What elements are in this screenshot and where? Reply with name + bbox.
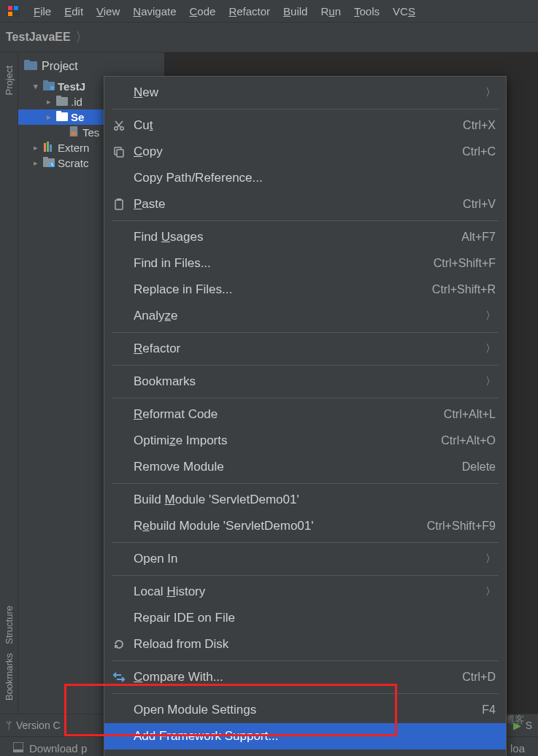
svg-rect-18 [50,144,52,152]
menu-item-shortcut: Ctrl+Alt+L [444,408,496,421]
menu-item-label: Local History [134,585,485,599]
menu-item-label: Reformat Code [134,407,444,422]
tree-arrow-icon[interactable] [45,112,53,122]
menu-icon-placeholder [112,729,126,744]
menu-item[interactable]: Local History〉 [104,579,506,605]
menu-item[interactable]: New〉 [104,80,506,106]
breadcrumb-root[interactable]: TestJavaEE [6,31,71,44]
tree-node-icon [68,126,80,139]
menu-item-shortcut: Alt+F7 [461,231,496,244]
menu-item[interactable]: Analyze〉 [104,303,506,329]
project-panel-header[interactable]: Project [18,57,164,76]
tool-window-strip-left: Project Structure Bookmarks [0,53,18,714]
menu-separator [112,542,499,543]
menubar: File Edit View Navigate Code Refactor Bu… [0,0,538,23]
menu-build[interactable]: Build [283,5,307,18]
menu-icon-placeholder [112,407,126,422]
menu-item[interactable]: Build Module 'ServletDemo01' [104,487,506,513]
menu-icon-placeholder [112,230,126,244]
svg-rect-25 [117,150,123,157]
tree-node-label: Scratc [58,157,89,169]
menu-separator [112,693,499,694]
menu-item[interactable]: Compare With...Ctrl+D [104,664,506,690]
menu-item-shortcut: Ctrl+X [463,119,496,132]
menu-item[interactable]: CutCtrl+X [104,112,506,139]
menu-item-label: Rebuild Module 'ServletDemo01' [134,519,427,533]
svg-rect-1 [8,6,12,10]
toolwindow-vcs-tab[interactable]: Version C [16,720,61,731]
tree-arrow-icon[interactable] [45,97,53,107]
svg-point-23 [120,127,123,130]
menu-item-shortcut: Delete [462,460,496,474]
toolwindow-services-label[interactable]: S [526,720,532,731]
menu-item[interactable]: Add Framework Support... [104,723,506,749]
menu-item[interactable]: Find UsagesAlt+F7 [104,224,506,250]
menu-item-shortcut: Ctrl+C [462,145,496,158]
menu-item[interactable]: Reformat CodeCtrl+Alt+L [104,401,506,428]
menu-item[interactable]: Find in Files...Ctrl+Shift+F [104,250,506,277]
menu-view[interactable]: View [96,5,120,18]
menu-item-label: Compare With... [134,670,462,684]
toolwindow-structure-tab[interactable]: Structure [4,606,15,644]
menu-item-label: Reload from Disk [134,637,496,652]
menu-refactor[interactable]: Refactor [228,5,270,18]
menu-vcs[interactable]: VCS [393,5,415,18]
menu-run[interactable]: Run [320,5,341,18]
app-logo-icon [6,4,20,18]
tree-arrow-icon[interactable] [31,82,40,91]
menu-edit[interactable]: Edit [64,5,83,18]
menu-item-label: Optimize Imports [134,433,441,448]
svg-rect-26 [115,200,123,209]
menu-item-label: Build Module 'ServletDemo01' [134,493,496,507]
menu-item[interactable]: Reload from Disk [104,631,506,657]
menu-item[interactable]: Refactor〉 [104,336,506,362]
menu-navigate[interactable]: Navigate [133,5,176,18]
tree-arrow-icon[interactable] [31,143,40,153]
svg-rect-7 [43,80,48,83]
menu-icon-placeholder [112,282,126,297]
reload-icon [112,637,126,652]
project-panel-title: Project [42,60,78,73]
menu-separator [112,660,499,661]
menu-file[interactable]: File [34,5,51,18]
menu-item[interactable]: Open In〉 [104,546,506,572]
svg-rect-10 [56,96,61,99]
tree-node-icon [43,80,55,93]
menu-item-label: Copy Path/Reference... [134,171,496,185]
menu-code[interactable]: Code [190,5,216,18]
submenu-arrow-icon: 〉 [485,309,496,323]
svg-rect-8 [50,86,54,90]
menu-separator [112,398,499,398]
toolwindow-project-tab[interactable]: Project [4,66,15,95]
menu-item-label: Find Usages [134,230,461,244]
menu-item[interactable]: Optimize ImportsCtrl+Alt+O [104,428,506,454]
menu-item[interactable]: PasteCtrl+V [104,191,506,217]
menu-item-label: Repair IDE on File [134,611,496,625]
menu-item-shortcut: Ctrl+Shift+F [434,257,496,270]
menu-item-label: Bookmarks [134,374,485,389]
menu-item[interactable]: Repair IDE on File [104,605,506,631]
menu-item-label: New [134,85,485,100]
svg-rect-20 [43,157,48,160]
menu-item[interactable]: Bookmarks〉 [104,369,506,395]
menu-icon-placeholder [112,611,126,625]
menu-tools[interactable]: Tools [354,5,380,18]
menu-separator [112,365,499,366]
svg-rect-5 [24,60,30,63]
menu-item-shortcut: Ctrl+D [462,671,496,684]
menu-item[interactable]: Copy Path/Reference... [104,165,506,191]
tree-arrow-icon[interactable] [31,158,40,168]
menu-item[interactable]: Replace in Files...Ctrl+Shift+R [104,277,506,303]
svg-rect-15 [72,132,77,135]
menu-icon-placeholder [112,171,126,185]
menu-item[interactable]: Rebuild Module 'ServletDemo01'Ctrl+Shift… [104,513,506,539]
menu-item[interactable]: Remove ModuleDelete [104,454,506,480]
tree-node-label: TestJ [58,80,85,93]
tree-node-label: Se [71,111,84,123]
menu-item[interactable]: Load/Unload Modules... [104,749,506,756]
status-bar-toggle-icon[interactable] [13,742,23,755]
svg-rect-2 [14,6,18,10]
menu-item[interactable]: Open Module SettingsF4 [104,697,506,723]
toolwindow-bookmarks-tab[interactable]: Bookmarks [4,653,15,701]
menu-item[interactable]: CopyCtrl+C [104,139,506,165]
